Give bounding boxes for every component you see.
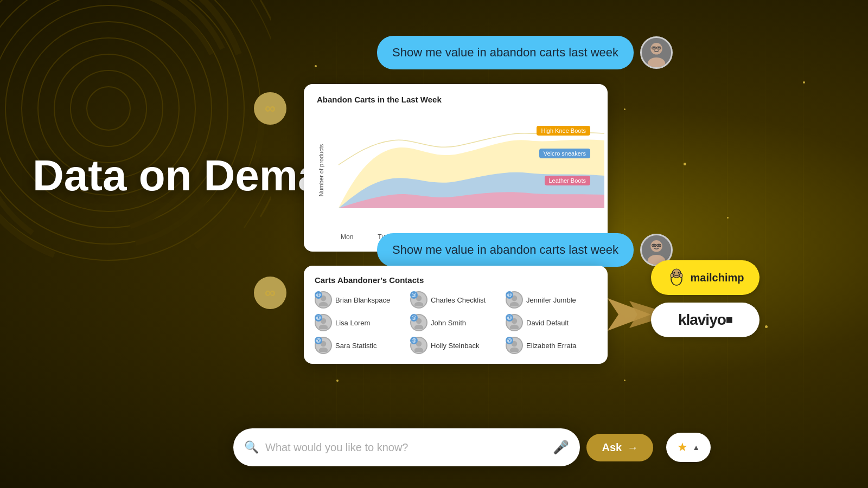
svg-point-36 (510, 325, 519, 329)
contact-avatar: @ (506, 337, 523, 354)
mailchimp-icon (667, 268, 686, 287)
chart-title: Abandon Carts in the Last Week (317, 95, 595, 104)
contact-avatar: @ (506, 291, 523, 309)
ask-arrow: → (627, 441, 638, 454)
contact-name: Lisa Lorem (335, 319, 370, 327)
search-bar-wrap: 🔍 What would you like to know? 🎤 Ask → ★… (233, 428, 711, 466)
contact-item: @ Lisa Lorem (315, 314, 406, 331)
contact-name: Brian Blankspace (335, 296, 390, 304)
svg-point-50 (679, 273, 682, 278)
user-message-2: Show me value in abandon carts last week (304, 233, 673, 267)
contact-avatar: @ (315, 291, 332, 309)
sparkle (803, 81, 805, 84)
ask-button[interactable]: Ask → (586, 434, 653, 461)
svg-point-8 (87, 87, 130, 130)
user-message-1: Show me value in abandon carts last week (304, 36, 673, 69)
contact-item: @ Elizabeth Errata (506, 337, 597, 354)
svg-point-42 (510, 348, 519, 352)
svg-point-26 (319, 302, 328, 306)
ai-token-1: ∞ (254, 92, 286, 125)
svg-point-40 (414, 348, 424, 352)
sparkle (624, 380, 626, 381)
user-bubble-2-text: Show me value in abandon carts last week (377, 233, 634, 267)
microphone-icon[interactable]: 🎤 (553, 440, 569, 455)
legend-velcro: Velcro sneakers (539, 149, 590, 158)
contacts-grid: @ Brian Blankspace @ Charles Checklist @… (315, 291, 597, 354)
contact-avatar: @ (315, 314, 332, 331)
ai-token-2: ∞ (254, 277, 286, 309)
user-avatar-1 (640, 36, 673, 69)
contact-avatar: @ (410, 337, 427, 354)
contact-avatar: @ (410, 291, 427, 309)
contact-item: @ Holly Steinback (410, 337, 501, 354)
sparkle (624, 108, 626, 110)
contact-avatar: @ (506, 314, 523, 331)
svg-point-20 (653, 244, 655, 246)
contact-item: @ Jennifer Jumble (506, 291, 597, 309)
tool-cards: mailchimp klaviyo ■ (651, 260, 760, 337)
search-bar: 🔍 What would you like to know? 🎤 (233, 428, 580, 466)
klaviyo-card[interactable]: klaviyo ■ (651, 303, 760, 337)
chart-card: Abandon Carts in the Last Week Number of… (304, 84, 608, 252)
svg-point-32 (319, 325, 328, 329)
svg-point-48 (678, 272, 679, 274)
infinity-icon-1: ∞ (265, 100, 276, 117)
chevron-up-icon: ▲ (692, 443, 700, 452)
maze-background (0, 0, 271, 271)
sparkle (336, 380, 339, 382)
ask-label: Ask (602, 441, 622, 454)
contact-avatar: @ (410, 314, 427, 331)
svg-point-11 (648, 57, 665, 69)
contact-name: John Smith (431, 319, 466, 327)
contact-name: Jennifer Jumble (526, 296, 576, 304)
svg-point-47 (673, 272, 675, 274)
svg-point-1 (0, 0, 244, 244)
infinity-icon-2: ∞ (265, 284, 276, 301)
y-axis-label: Number of products (318, 144, 324, 197)
sparkle (765, 325, 768, 328)
contact-item: @ Charles Checklist (410, 291, 501, 309)
klaviyo-icon: ■ (726, 313, 732, 327)
contact-avatar: @ (315, 337, 332, 354)
sparkle (727, 217, 729, 219)
contact-name: Holly Steinback (431, 342, 480, 350)
svg-point-21 (658, 244, 660, 246)
contacts-title: Carts Abandoner's Contacts (315, 275, 597, 285)
mailchimp-label: mailchimp (691, 272, 744, 284)
contact-item: @ Sara Statistic (315, 337, 406, 354)
contacts-card: Carts Abandoner's Contacts @ Brian Blank… (304, 266, 608, 364)
klaviyo-label: klaviyo (678, 311, 726, 329)
contact-name: Sara Statistic (335, 342, 377, 350)
svg-point-7 (71, 70, 146, 146)
svg-point-38 (319, 348, 328, 352)
user-bubble-1-text: Show me value in abandon carts last week (377, 36, 634, 69)
contact-item: @ David Default (506, 314, 597, 331)
contact-name: Charles Checklist (431, 296, 486, 304)
svg-point-30 (510, 302, 519, 306)
contact-item: @ John Smith (410, 314, 501, 331)
search-input[interactable]: What would you like to know? (265, 441, 546, 454)
legend-high-knee: High Knee Boots (537, 126, 590, 136)
mailchimp-card[interactable]: mailchimp (651, 260, 760, 295)
contact-name: David Default (526, 319, 569, 327)
star-icon: ★ (677, 440, 688, 454)
search-icon: 🔍 (244, 440, 259, 454)
sparkle (684, 163, 686, 165)
contact-item: @ Brian Blankspace (315, 291, 406, 309)
contact-name: Elizabeth Errata (526, 342, 577, 350)
svg-point-28 (414, 302, 424, 306)
svg-point-49 (671, 273, 674, 278)
svg-point-34 (414, 325, 424, 329)
star-button[interactable]: ★ ▲ (666, 433, 711, 462)
legend-leather: Leather Boots (545, 176, 591, 185)
